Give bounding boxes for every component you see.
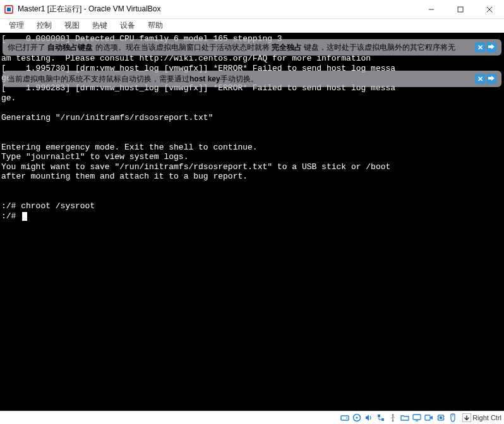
cpu-icon[interactable]: [435, 413, 446, 423]
svg-point-17: [392, 420, 393, 422]
minimize-button[interactable]: [417, 0, 446, 19]
svg-rect-12: [381, 418, 384, 421]
notification-text: 你已打开了 自动独占键盘 的选项。现在当该虚拟电脑窗口处于活动状态时就将 完全独…: [8, 42, 470, 53]
terminal-output: [ 0.000000] Detected CPU family 6 model …: [0, 33, 504, 222]
close-button[interactable]: [475, 0, 504, 19]
maximize-button[interactable]: [446, 0, 475, 19]
notification-close-icon[interactable]: ✕: [475, 42, 485, 52]
notification-dismiss-icon[interactable]: [486, 74, 496, 84]
svg-point-15: [392, 414, 393, 416]
host-key-label: Right Ctrl: [472, 414, 501, 421]
display-icon[interactable]: [411, 413, 422, 423]
recording-icon[interactable]: [423, 413, 434, 423]
down-arrow-icon: [462, 413, 471, 422]
menu-view[interactable]: 视图: [58, 19, 86, 32]
hard-disk-icon[interactable]: [339, 413, 350, 423]
window-title: Master1 [正在运行] - Oracle VM VirtualBox: [18, 4, 161, 15]
menu-hotkeys[interactable]: 热键: [86, 19, 114, 32]
vm-display-area[interactable]: [ 0.000000] Detected CPU family 6 model …: [0, 33, 504, 411]
statusbar: Right Ctrl: [0, 411, 504, 424]
network-icon[interactable]: [375, 413, 386, 423]
audio-icon[interactable]: [363, 413, 374, 423]
notification-mouse-capture: 当前虚拟电脑中的系统不支持鼠标自动切换，需要通过host key手动切换。 ✕: [3, 71, 501, 87]
menu-devices[interactable]: 设备: [114, 19, 141, 32]
svg-point-10: [356, 417, 357, 419]
optical-disk-icon[interactable]: [351, 413, 362, 423]
usb-icon[interactable]: [387, 413, 398, 423]
svg-rect-2: [7, 8, 11, 11]
svg-rect-24: [440, 416, 442, 419]
svg-point-8: [346, 418, 347, 419]
menu-manage[interactable]: 管理: [3, 19, 30, 32]
shared-folder-icon[interactable]: [399, 413, 410, 423]
svg-rect-20: [413, 415, 421, 420]
notification-dismiss-icon[interactable]: [486, 42, 496, 52]
notification-keyboard-capture: 你已打开了 自动独占键盘 的选项。现在当该虚拟电脑窗口处于活动状态时就将 完全独…: [3, 39, 501, 56]
notification-actions: ✕: [475, 74, 496, 84]
menu-control[interactable]: 控制: [30, 19, 58, 32]
svg-rect-4: [458, 7, 463, 12]
terminal-cursor: [22, 212, 27, 221]
virtualbox-icon: [4, 4, 14, 15]
notification-actions: ✕: [475, 42, 496, 52]
mouse-icon[interactable]: [447, 413, 458, 423]
notification-close-icon[interactable]: ✕: [475, 74, 485, 84]
window-controls: [417, 0, 504, 19]
host-key-indicator[interactable]: Right Ctrl: [462, 413, 501, 422]
svg-rect-7: [341, 416, 349, 420]
svg-rect-11: [378, 415, 380, 417]
window-titlebar: Master1 [正在运行] - Oracle VM VirtualBox: [0, 0, 504, 19]
menubar: 管理 控制 视图 热键 设备 帮助: [0, 19, 504, 33]
svg-rect-22: [425, 415, 430, 420]
notification-text: 当前虚拟电脑中的系统不支持鼠标自动切换，需要通过host key手动切换。: [8, 74, 470, 85]
menu-help[interactable]: 帮助: [141, 19, 169, 32]
